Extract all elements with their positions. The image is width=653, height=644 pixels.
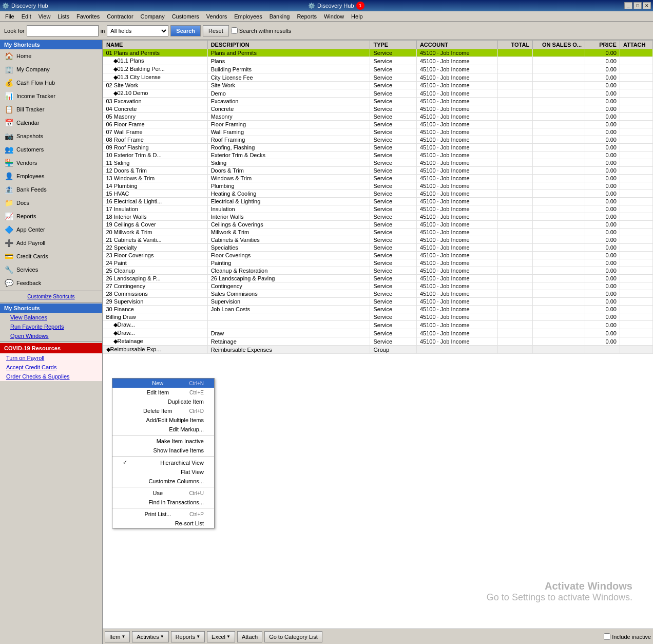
- sidebar-view-balances[interactable]: View Balances: [0, 313, 102, 322]
- sidebar-item-app-center[interactable]: 🔷 App Center: [0, 223, 102, 236]
- covid-link-credit[interactable]: Accept Credit Cards: [0, 363, 102, 372]
- table-row[interactable]: 16 Electrical & Lighti... Electrical & L…: [103, 198, 653, 205]
- col-price[interactable]: PRICE: [585, 41, 620, 49]
- table-row[interactable]: 18 Interior Walls Interior Walls Service…: [103, 213, 653, 221]
- reset-button[interactable]: Reset: [203, 25, 229, 36]
- table-row[interactable]: 24 Paint Painting Service 45100 · Job In…: [103, 259, 653, 267]
- col-sales[interactable]: ON SALES O...: [533, 41, 585, 49]
- context-menu-item-show-inactive-items[interactable]: Show Inactive Items: [112, 446, 214, 455]
- search-within-label[interactable]: Search within results: [231, 27, 292, 34]
- col-desc[interactable]: DESCRIPTION: [207, 41, 370, 49]
- col-total[interactable]: TOTAL: [498, 41, 533, 49]
- table-row[interactable]: ◆Draw... Draw Service 45100 · Job Income…: [103, 329, 653, 337]
- table-row[interactable]: 14 Plumbing Plumbing Service 45100 · Job…: [103, 182, 653, 190]
- menu-edit[interactable]: Edit: [18, 12, 34, 21]
- context-menu-item-hierarchical-view[interactable]: ✓Hierarchical View: [112, 458, 214, 467]
- sidebar-item-bill-tracker[interactable]: 📋 Bill Tracker: [0, 103, 102, 116]
- sidebar-item-calendar[interactable]: 📅 Calendar: [0, 116, 102, 129]
- table-row[interactable]: 04 Concrete Concrete Service 45100 · Job…: [103, 105, 653, 113]
- table-row[interactable]: 05 Masonry Masonry Service 45100 · Job I…: [103, 113, 653, 121]
- table-row[interactable]: 15 HVAC Heating & Cooling Service 45100 …: [103, 190, 653, 198]
- table-row[interactable]: 26 Landscaping & P... 26 Landscaping & P…: [103, 275, 653, 282]
- menu-customers[interactable]: Customers: [169, 12, 202, 21]
- include-inactive-label[interactable]: Include inactive: [604, 633, 651, 640]
- table-row[interactable]: ◆Reimbursable Exp... Reimbursable Expens…: [103, 346, 653, 354]
- context-menu-item-add-edit-multiple-items[interactable]: Add/Edit Multiple Items: [112, 415, 214, 425]
- table-row[interactable]: ◆01.2 Building Per... Building Permits S…: [103, 65, 653, 73]
- table-row[interactable]: 19 Ceilings & Cover Ceilings & Coverings…: [103, 221, 653, 229]
- menu-contractor[interactable]: Contractor: [104, 12, 136, 21]
- menu-employees[interactable]: Employees: [231, 12, 265, 21]
- close-button[interactable]: ✕: [643, 2, 651, 9]
- sidebar-item-snapshots[interactable]: 📷 Snapshots: [0, 129, 102, 143]
- maximize-button[interactable]: □: [633, 2, 642, 9]
- excel-button[interactable]: Excel ▼: [207, 631, 235, 642]
- fields-select[interactable]: All fields: [107, 25, 168, 36]
- sidebar-item-my-company[interactable]: 🏢 My Company: [0, 63, 102, 76]
- sidebar-item-income-tracker[interactable]: 📊 Income Tracker: [0, 89, 102, 103]
- table-row[interactable]: 02 Site Work Site Work Service 45100 · J…: [103, 82, 653, 89]
- minimize-button[interactable]: _: [624, 2, 632, 9]
- table-row[interactable]: ◆01.3 City License City License Fee Serv…: [103, 73, 653, 82]
- table-row[interactable]: 01 Plans and Permits Plans and Permits S…: [103, 49, 653, 57]
- col-name[interactable]: NAME: [103, 41, 208, 49]
- context-menu-item-duplicate-item[interactable]: Duplicate Item: [112, 397, 214, 406]
- activities-button[interactable]: Activities ▼: [132, 631, 168, 642]
- search-input[interactable]: [27, 25, 99, 36]
- table-row[interactable]: Billing Draw Service 45100 · Job Income …: [103, 313, 653, 321]
- menu-favorites[interactable]: Favorites: [73, 12, 103, 21]
- table-row[interactable]: 09 Roof Flashing Roofing, Flashing Servi…: [103, 144, 653, 151]
- title-bar-controls[interactable]: _ □ ✕: [624, 2, 651, 9]
- menu-window[interactable]: Window: [321, 12, 347, 21]
- context-menu-item-make-item-inactive[interactable]: Make Item Inactive: [112, 437, 214, 446]
- table-row[interactable]: 27 Contingency Contingency Service 45100…: [103, 282, 653, 290]
- context-menu-item-delete-item[interactable]: Delete ItemCtrl+D: [112, 406, 214, 415]
- sidebar-item-cash-flow[interactable]: 💰 Cash Flow Hub: [0, 76, 102, 89]
- table-row[interactable]: 29 Supervision Supervision Service 45100…: [103, 298, 653, 306]
- context-menu-item-find-in-transactions---[interactable]: Find in Transactions...: [112, 498, 214, 507]
- include-inactive-checkbox[interactable]: [604, 633, 610, 640]
- table-row[interactable]: 03 Excavation Excavation Service 45100 ·…: [103, 98, 653, 105]
- table-row[interactable]: 28 Commissions Sales Commisions Service …: [103, 290, 653, 298]
- sidebar-item-bank-feeds[interactable]: 🏦 Bank Feeds: [0, 183, 102, 196]
- sidebar-item-credit-cards[interactable]: 💳 Credit Cards: [0, 250, 102, 263]
- sidebar-item-vendors[interactable]: 🏪 Vendors: [0, 156, 102, 169]
- sidebar-item-feedback[interactable]: 💬 Feedback: [0, 276, 102, 290]
- table-row[interactable]: 30 Finance Job Loan Costs Service 45100 …: [103, 306, 653, 313]
- item-button[interactable]: Item ▼: [105, 631, 130, 642]
- context-menu-item-use[interactable]: UseCtrl+U: [112, 488, 214, 498]
- table-row[interactable]: 11 Siding Siding Service 45100 · Job Inc…: [103, 159, 653, 167]
- search-within-checkbox[interactable]: [231, 27, 238, 34]
- table-row[interactable]: 25 Cleanup Cleanup & Restoration Service…: [103, 267, 653, 275]
- context-menu-item-flat-view[interactable]: Flat View: [112, 467, 214, 477]
- attach-button[interactable]: Attach: [237, 631, 262, 642]
- items-table-container[interactable]: NAME DESCRIPTION TYPE ACCOUNT TOTAL ON S…: [103, 40, 653, 629]
- table-row[interactable]: 21 Cabinets & Vaniti... Cabinets & Vanit…: [103, 236, 653, 244]
- menu-vendors[interactable]: Vendors: [203, 12, 230, 21]
- menu-lists[interactable]: Lists: [54, 12, 72, 21]
- table-row[interactable]: 22 Specialty Specialties Service 45100 ·…: [103, 244, 653, 252]
- table-row[interactable]: 06 Floor Frame Floor Framing Service 451…: [103, 121, 653, 128]
- covid-link-payroll[interactable]: Turn on Payroll: [0, 353, 102, 363]
- search-button[interactable]: Search: [170, 25, 201, 36]
- sidebar-item-reports[interactable]: 📈 Reports: [0, 210, 102, 223]
- sidebar-item-customers[interactable]: 👥 Customers: [0, 143, 102, 156]
- go-to-category-button[interactable]: Go to Category List: [264, 631, 322, 642]
- table-row[interactable]: 10 Exterior Trim & D... Exterior Trim & …: [103, 151, 653, 159]
- context-menu-item-edit-item[interactable]: Edit ItemCtrl+E: [112, 388, 214, 397]
- table-row[interactable]: 23 Floor Coverings Floor Coverings Servi…: [103, 252, 653, 259]
- sidebar-item-employees[interactable]: 👤 Employees: [0, 169, 102, 183]
- context-menu-item-new[interactable]: NewCtrl+N: [112, 378, 214, 388]
- sidebar-item-home[interactable]: 🏠 Home: [0, 49, 102, 63]
- context-menu-item-print-list---[interactable]: Print List...Ctrl+P: [112, 509, 214, 519]
- menu-reports[interactable]: Reports: [294, 12, 320, 21]
- table-row[interactable]: 07 Wall Frame Wall Framing Service 45100…: [103, 128, 653, 136]
- sidebar-item-docs[interactable]: 📁 Docs: [0, 196, 102, 210]
- table-row[interactable]: ◆02.10 Demo Demo Service 45100 · Job Inc…: [103, 89, 653, 98]
- menu-view[interactable]: View: [35, 12, 54, 21]
- sidebar-item-services[interactable]: 🔧 Services: [0, 263, 102, 276]
- table-row[interactable]: 08 Roof Frame Roof Framing Service 45100…: [103, 136, 653, 144]
- table-row[interactable]: ◆Draw... Service 45100 · Job Income 0.00: [103, 321, 653, 329]
- context-menu-item-customize-columns---[interactable]: Customize Columns...: [112, 477, 214, 486]
- col-account[interactable]: ACCOUNT: [416, 41, 497, 49]
